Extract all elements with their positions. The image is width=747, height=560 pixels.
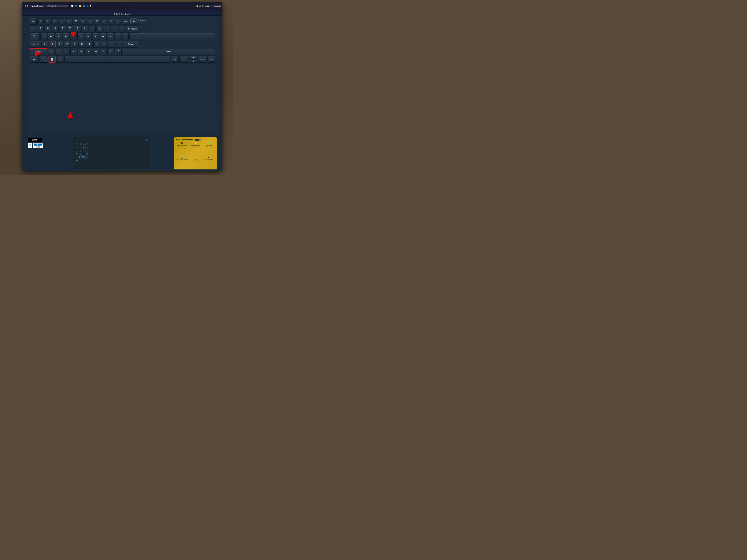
taskbar-icon-store[interactable]: 🛍: [86, 5, 89, 7]
key-z[interactable]: Z: [48, 48, 55, 55]
key-m[interactable]: M: [93, 48, 99, 55]
key-w[interactable]: W: [48, 33, 54, 40]
key-win-highlighted[interactable]: [49, 56, 56, 62]
key-f2[interactable]: 🔉F2: [45, 19, 51, 24]
key-u[interactable]: U: [85, 33, 92, 40]
numpad-multiply[interactable]: *: [85, 146, 89, 149]
key-comma[interactable]: <,: [100, 48, 107, 55]
key-4[interactable]: $4: [59, 26, 66, 32]
key-tab[interactable]: Tab⇥: [30, 33, 40, 40]
key-g[interactable]: G: [71, 41, 78, 47]
key-c[interactable]: C: [63, 48, 70, 55]
taskbar-icon-browser[interactable]: 🌐: [75, 5, 78, 7]
start-button[interactable]: [24, 4, 29, 8]
numpad-plus[interactable]: +: [85, 155, 89, 159]
key-esc[interactable]: Esc: [30, 18, 37, 25]
numpad-1[interactable]: 1: [75, 149, 79, 152]
key-alt-left[interactable]: Alt: [56, 56, 64, 62]
key-ctrl-right[interactable]: Ctrl: [179, 56, 188, 62]
numpad-4[interactable]: 4: [75, 146, 79, 149]
key-pgup[interactable]: △PgUp: [189, 56, 198, 59]
key-9[interactable]: (9: [96, 26, 103, 32]
key-f[interactable]: F: [64, 41, 70, 47]
key-3[interactable]: #3: [52, 26, 58, 32]
key-f11[interactable]: ⌨F11: [108, 19, 114, 24]
key-minus[interactable]: _-: [111, 26, 118, 32]
key-8[interactable]: *8: [89, 26, 96, 32]
key-0[interactable]: )0: [104, 26, 110, 32]
key-s-highlighted[interactable]: S: [49, 41, 56, 47]
key-d[interactable]: D: [56, 41, 63, 47]
numpad-equals[interactable]: =: [75, 159, 79, 162]
numpad-8[interactable]: 8: [79, 143, 82, 146]
key-backspace[interactable]: Backspace: [126, 26, 139, 32]
key-v[interactable]: V: [70, 48, 77, 55]
key-shift-right[interactable]: Shift ↑: [122, 48, 215, 55]
key-bracket-close[interactable]: }]: [122, 33, 129, 40]
key-f3[interactable]: 🔊F3: [52, 19, 58, 24]
key-slash[interactable]: ?/: [115, 48, 122, 55]
key-f4[interactable]: ☀F4: [58, 19, 65, 24]
key-l[interactable]: L: [101, 41, 107, 47]
key-equals[interactable]: +=: [119, 26, 125, 32]
numpad-0[interactable]: 0: [75, 152, 79, 155]
key-end[interactable]: End▷: [207, 56, 215, 62]
numpad-9[interactable]: 9: [82, 143, 85, 146]
key-caps-lock[interactable]: Caps Lock: [30, 41, 41, 47]
key-prtsc[interactable]: Prt Sc: [122, 19, 130, 24]
key-pgdn[interactable]: ▽PgDn: [189, 60, 198, 62]
key-backtick[interactable]: ~`: [30, 26, 36, 32]
key-x[interactable]: X: [56, 48, 62, 55]
key-bracket-open[interactable]: {[: [114, 33, 121, 40]
search-bar[interactable]: 🔍 Search: [46, 5, 68, 7]
key-r[interactable]: R: [62, 33, 69, 40]
key-7[interactable]: &7: [81, 26, 88, 32]
key-f8[interactable]: ⏸F8: [87, 19, 93, 24]
key-enter[interactable]: Enter: [123, 41, 138, 47]
numpad-6[interactable]: 6: [82, 146, 85, 149]
key-period[interactable]: >.: [107, 48, 114, 55]
numpad-2[interactable]: 2: [79, 149, 82, 152]
weather-widget[interactable]: ☁ Partly sunny: [30, 5, 45, 7]
key-alt-right[interactable]: Alt: [171, 56, 179, 62]
key-f10[interactable]: 🔒F10: [101, 19, 107, 24]
key-p[interactable]: P: [107, 33, 114, 40]
key-e[interactable]: E: [55, 33, 62, 40]
key-f6[interactable]: ⬜F6: [73, 19, 79, 24]
key-b[interactable]: B: [78, 48, 84, 55]
key-f7[interactable]: ⏮F7: [80, 19, 86, 24]
numpad-7[interactable]: 7: [75, 143, 79, 146]
numpad-minus[interactable]: −: [85, 149, 89, 152]
key-n[interactable]: N: [85, 48, 92, 55]
taskbar-icon-asus[interactable]: A: [90, 5, 91, 7]
key-j[interactable]: J: [86, 41, 93, 47]
taskbar-icon-chat[interactable]: 💬: [71, 5, 74, 7]
key-backslash[interactable]: |\: [129, 33, 215, 40]
touchpad[interactable]: ✏ ⊞ 7 8 9 / 4 5 6 * 1 2 3 − % 0 .: [72, 137, 150, 169]
taskbar-icon-edge[interactable]: 🔵: [83, 5, 85, 7]
key-q[interactable]: Q: [41, 33, 47, 40]
key-f12[interactable]: //F12: [115, 19, 121, 24]
key-space[interactable]: [65, 56, 171, 62]
numpad-decimal[interactable]: .: [79, 152, 82, 155]
key-1[interactable]: !1: [37, 26, 44, 32]
numpad-3[interactable]: 3: [82, 149, 85, 152]
key-delete[interactable]: DeleteIns: [138, 19, 147, 24]
key-f5[interactable]: ☀+F5: [66, 19, 72, 24]
key-o[interactable]: O: [100, 33, 106, 40]
numpad-enter[interactable]: Enter: [79, 155, 85, 159]
key-i[interactable]: I: [92, 33, 99, 40]
numpad-percent[interactable]: %: [85, 152, 89, 155]
key-a[interactable]: A: [42, 41, 48, 47]
numpad-5[interactable]: 5: [79, 146, 82, 149]
key-k[interactable]: K: [93, 41, 100, 47]
key-f1[interactable]: 🔇F1: [37, 19, 44, 24]
key-power[interactable]: ⏻: [130, 19, 137, 24]
key-f9[interactable]: 📷F9: [94, 19, 100, 24]
numpad-divide[interactable]: /: [85, 143, 89, 146]
key-semicolon[interactable]: :;: [108, 41, 115, 47]
key-quote[interactable]: "': [115, 41, 122, 47]
key-h[interactable]: H: [79, 41, 85, 47]
taskbar-icon-folder[interactable]: 📁: [79, 5, 81, 7]
key-home[interactable]: ◁Home: [198, 56, 207, 62]
